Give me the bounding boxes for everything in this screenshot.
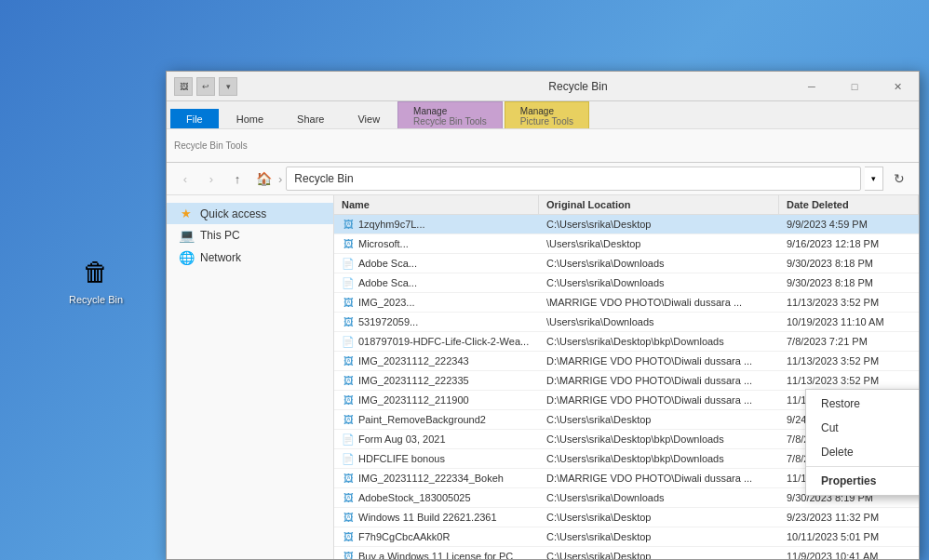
file-name: 🖼 IMG_20231112_222335 xyxy=(334,371,539,390)
file-date: 9/9/2023 4:59 PM xyxy=(779,216,919,233)
file-location: C:\Users\srika\Desktop\bkp\Downloads xyxy=(539,431,779,447)
network-icon: 🌐 xyxy=(178,250,195,265)
file-icon: 🖼 xyxy=(342,413,355,426)
context-menu-delete[interactable]: Delete xyxy=(806,440,919,464)
file-name: 🖼 531972059... xyxy=(334,313,539,331)
minimize-button[interactable]: ─ xyxy=(790,72,833,101)
file-name: 🖼 1zqyhm9c7L... xyxy=(334,215,539,233)
context-menu-separator xyxy=(806,466,919,467)
file-location: C:\Users\srika\Downloads xyxy=(539,255,779,272)
ribbon-content: Recycle Bin Tools xyxy=(167,128,919,162)
file-date: 10/19/2023 11:10 AM xyxy=(779,313,919,330)
file-location: C:\Users\srika\Desktop xyxy=(539,411,779,428)
header-location[interactable]: Original Location xyxy=(539,195,779,214)
title-bar-icons: 🖼 ↩ ▾ xyxy=(174,77,237,96)
file-icon: 🖼 xyxy=(342,550,355,559)
table-row[interactable]: 📄 Adobe Sca... C:\Users\srika\Downloads … xyxy=(334,254,919,273)
main-content: ★ Quick access 💻 This PC 🌐 Network Name … xyxy=(167,195,919,559)
file-location: C:\Users\srika\Desktop\bkp\Downloads xyxy=(539,333,779,350)
quick-access-icon[interactable]: 🖼 xyxy=(174,77,193,96)
table-row[interactable]: 🖼 IMG_20231112_222335 D:\MARRIGE VDO PHO… xyxy=(334,371,919,391)
ribbon: File Home Share View Manage Recycle Bin … xyxy=(167,101,919,163)
file-location: \Users\srika\Downloads xyxy=(539,313,779,330)
file-location: C:\Users\srika\Desktop\bkp\Downloads xyxy=(539,450,779,467)
table-row[interactable]: 🖼 Buy a Windows 11 License for PC C:\Use… xyxy=(334,547,919,559)
file-location: D:\MARRIGE VDO PHOTO\Diwali dussara ... xyxy=(539,470,779,487)
ribbon-info: Recycle Bin Tools xyxy=(174,140,248,151)
address-path[interactable]: Recycle Bin xyxy=(286,167,861,191)
manage2-tab-label: Manage xyxy=(520,106,573,116)
path-separator: › xyxy=(278,172,282,186)
file-location: D:\MARRIGE VDO PHOTO\Diwali dussara ... xyxy=(539,353,779,369)
file-location: D:\MARRIGE VDO PHOTO\Diwali dussara ... xyxy=(539,392,779,408)
close-button[interactable]: ✕ xyxy=(876,72,919,101)
down-arrow-icon[interactable]: ▾ xyxy=(219,77,237,96)
file-name: 🖼 Microsoft... xyxy=(334,234,539,253)
desktop: 🗑 Recycle Bin 🖼 ↩ ▾ Recycle Bin ─ □ ✕ Fi… xyxy=(0,0,929,560)
header-name[interactable]: Name xyxy=(334,195,539,214)
file-icon: 🖼 xyxy=(342,530,355,543)
explorer-window: 🖼 ↩ ▾ Recycle Bin ─ □ ✕ File Home Share … xyxy=(166,71,920,560)
file-location: C:\Users\srika\Downloads xyxy=(539,274,779,291)
tab-view[interactable]: View xyxy=(342,109,396,128)
star-icon: ★ xyxy=(178,207,195,220)
file-icon: 🖼 xyxy=(342,296,355,309)
address-dropdown[interactable]: ▾ xyxy=(865,167,883,191)
ribbon-label-area: Recycle Bin Tools xyxy=(174,140,248,151)
tab-manage2[interactable]: Manage Picture Tools xyxy=(505,101,589,128)
file-name: 🖼 F7h9CgCbcAAkk0R xyxy=(334,527,539,546)
table-row[interactable]: 🖼 531972059... \Users\srika\Downloads 10… xyxy=(334,313,919,332)
file-location: \MARRIGE VDO PHOTO\Diwali dussara ... xyxy=(539,294,779,311)
sidebar: ★ Quick access 💻 This PC 🌐 Network xyxy=(167,195,334,559)
table-row[interactable]: 🖼 Microsoft... \Users\srika\Desktop 9/16… xyxy=(334,234,919,254)
file-icon: 🖼 xyxy=(342,315,355,328)
file-list-header: Name Original Location Date Deleted xyxy=(334,195,919,215)
tab-home[interactable]: Home xyxy=(221,109,279,128)
file-name: 🖼 Buy a Windows 11 License for PC xyxy=(334,547,539,559)
file-icon: 🖼 xyxy=(342,472,355,485)
file-date: 9/30/2023 8:18 PM xyxy=(779,255,919,272)
maximize-button[interactable]: □ xyxy=(833,72,876,101)
file-location: C:\Users\srika\Desktop xyxy=(539,548,779,559)
forward-button[interactable]: › xyxy=(200,167,222,190)
undo-icon[interactable]: ↩ xyxy=(196,77,215,96)
sidebar-item-this-pc[interactable]: 💻 This PC xyxy=(167,224,333,247)
address-bar: ‹ › ↑ 🏠 › Recycle Bin ▾ ↻ xyxy=(167,163,919,195)
home-icon[interactable]: 🏠 xyxy=(252,167,275,190)
table-row[interactable]: 📄 Adobe Sca... C:\Users\srika\Downloads … xyxy=(334,273,919,293)
table-row[interactable]: 🖼 F7h9CgCbcAAkk0R C:\Users\srika\Desktop… xyxy=(334,527,919,547)
file-date: 7/8/2023 7:21 PM xyxy=(779,333,919,350)
file-name: 📄 HDFCLIFE bonous xyxy=(334,449,539,468)
tab-manage[interactable]: Manage Recycle Bin Tools xyxy=(397,101,503,128)
tab-share[interactable]: Share xyxy=(281,109,340,128)
file-name: 🖼 IMG_2023... xyxy=(334,293,539,312)
quick-access-label: Quick access xyxy=(200,207,266,220)
refresh-button[interactable]: ↻ xyxy=(887,167,911,191)
up-button[interactable]: ↑ xyxy=(226,167,249,190)
this-pc-label: This PC xyxy=(200,229,240,242)
context-menu: Restore Cut Delete Properties xyxy=(805,389,919,496)
back-button[interactable]: ‹ xyxy=(174,167,196,190)
file-icon: 🖼 xyxy=(342,393,355,407)
file-icon: 🖼 xyxy=(342,354,355,367)
file-list: Name Original Location Date Deleted 🖼 1z… xyxy=(334,195,919,559)
tab-file[interactable]: File xyxy=(170,109,219,128)
file-name: 📄 Form Aug 03, 2021 xyxy=(334,430,539,448)
context-menu-restore[interactable]: Restore xyxy=(806,392,919,416)
sidebar-item-quick-access[interactable]: ★ Quick access xyxy=(167,203,333,224)
table-row[interactable]: 🖼 Windows 11 Build 22621.2361 C:\Users\s… xyxy=(334,508,919,527)
context-menu-properties[interactable]: Properties xyxy=(806,469,919,493)
desktop-recycle-bin-icon[interactable]: 🗑 Recycle Bin xyxy=(63,253,128,305)
address-text: Recycle Bin xyxy=(294,172,353,185)
table-row[interactable]: 🖼 IMG_20231112_222343 D:\MARRIGE VDO PHO… xyxy=(334,352,919,371)
context-menu-cut[interactable]: Cut xyxy=(806,416,919,440)
header-date[interactable]: Date Deleted xyxy=(779,195,919,214)
file-name: 🖼 IMG_20231112_211900 xyxy=(334,391,539,409)
file-date: 9/30/2023 8:18 PM xyxy=(779,274,919,291)
table-row[interactable]: 🖼 IMG_2023... \MARRIGE VDO PHOTO\Diwali … xyxy=(334,293,919,313)
sidebar-item-network[interactable]: 🌐 Network xyxy=(167,247,333,269)
table-row[interactable]: 🖼 1zqyhm9c7L... C:\Users\srika\Desktop 9… xyxy=(334,215,919,234)
file-name: 📄 018797019-HDFC-Life-Click-2-Wea... xyxy=(334,332,539,351)
window-controls: ─ □ ✕ xyxy=(790,72,919,101)
table-row[interactable]: 📄 018797019-HDFC-Life-Click-2-Wea... C:\… xyxy=(334,332,919,352)
